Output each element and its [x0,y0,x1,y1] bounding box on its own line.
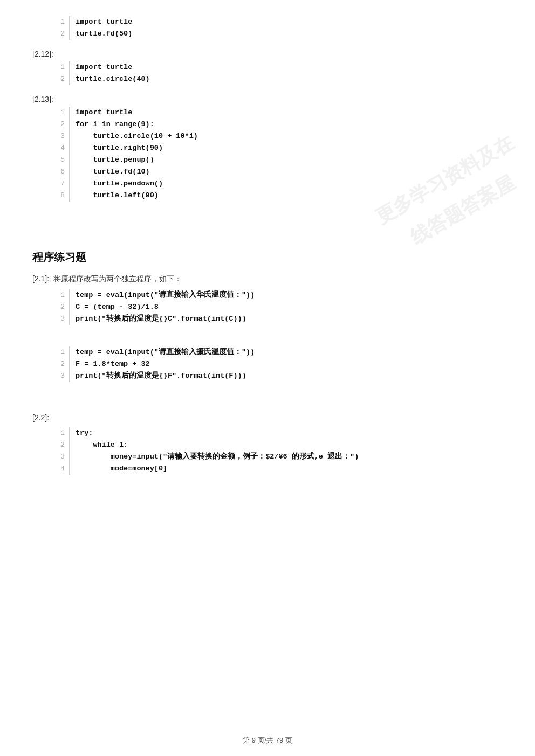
code-line: 2 turtle.fd(50) [54,28,503,40]
line-code: while 1: [76,439,128,451]
code-line: 4 turtle.right(90) [54,142,503,154]
gap [32,211,503,222]
line-number: 3 [54,370,69,382]
code-line: 3 turtle.circle(10 + 10*i) [54,130,503,142]
line-number: 2 [54,28,69,40]
exercise-2-1: [2.1]: 将原程序改写为两个独立程序，如下： 1 temp = eval(i… [32,274,503,382]
code-line: 3 money=input("请输入要转换的金额，例子：$2/¥6 的形式,e … [54,451,503,463]
line-code: turtle.fd(50) [76,28,132,40]
line-number: 2 [54,301,69,313]
line-code: temp = eval(input("请直接输入华氏温度值：")) [76,289,255,301]
line-separator [69,166,70,178]
section-2-13: [2.13]: 1 import turtle 2 for i in range… [32,95,503,202]
section-2-12: [2.12]: 1 import turtle 2 turtle.circle(… [32,50,503,85]
section-label-2-12: [2.12]: [32,50,503,58]
line-number: 1 [54,346,69,358]
page-number: 第 9 页/共 79 页 [243,736,292,744]
line-number: 2 [54,119,69,130]
line-number: 2 [54,358,69,370]
line-number: 4 [54,463,69,475]
line-separator [69,301,70,313]
code-line: 1 temp = eval(input("请直接输入摄氏温度值：")) [54,346,503,358]
line-separator [69,142,70,154]
line-code: turtle.circle(40) [76,73,150,85]
gap [32,336,503,346]
line-separator [69,28,70,40]
line-number: 1 [54,61,69,73]
line-separator [69,190,70,202]
exercise-label-2-1: [2.1]: 将原程序改写为两个独立程序，如下： [32,274,503,284]
line-number: 3 [54,313,69,325]
line-separator [69,346,70,358]
line-code: F = 1.8*temp + 32 [76,358,150,370]
line-number: 6 [54,166,69,178]
line-separator [69,16,70,28]
code-line: 6 turtle.fd(10) [54,166,503,178]
line-code: try: [76,427,93,439]
line-number: 1 [54,427,69,439]
code-line: 4 mode=money[0] [54,463,503,475]
line-separator [69,289,70,301]
code-line: 7 turtle.pendown() [54,178,503,190]
line-number: 5 [54,154,69,166]
section-label-2-13: [2.13]: [32,95,503,103]
line-code: turtle.right(90) [76,142,163,154]
line-separator [69,154,70,166]
code-line: 3 print("转换后的温度是{}C".format(int(C))) [54,313,503,325]
code-line: 1 import turtle [54,16,503,28]
gap [32,392,503,403]
line-code: money=input("请输入要转换的金额，例子：$2/¥6 的形式,e 退出… [76,451,359,463]
line-number: 2 [54,73,69,85]
code-line: 8 turtle.left(90) [54,190,503,202]
gap [32,403,503,413]
program-exercises-heading: 程序练习题 [32,250,503,265]
code-block-2-2: 1 try: 2 while 1: 3 money=input("请输入要转换的… [54,427,503,475]
line-number: 1 [54,289,69,301]
line-code: import turtle [76,61,132,73]
line-separator [69,61,70,73]
line-code: turtle.penup() [76,154,154,166]
code-line: 2 turtle.circle(40) [54,73,503,85]
line-separator [69,119,70,130]
line-code: print("转换后的温度是{}C".format(int(C))) [76,313,246,325]
line-separator [69,427,70,439]
line-code: mode=money[0] [76,463,167,475]
code-line: 1 temp = eval(input("请直接输入华氏温度值：")) [54,289,503,301]
line-separator [69,178,70,190]
line-code: import turtle [76,107,132,119]
line-code: turtle.pendown() [76,178,163,190]
line-code: temp = eval(input("请直接输入摄氏温度值：")) [76,346,255,358]
code-line: 1 import turtle [54,107,503,119]
code-block-2-12: 1 import turtle 2 turtle.circle(40) [54,61,503,85]
line-number: 1 [54,16,69,28]
exercise-2-2: [2.2]: 1 try: 2 while 1: 3 money=input("… [32,413,503,475]
page-footer: 第 9 页/共 79 页 [0,736,535,745]
line-separator [69,73,70,85]
line-code: print("转换后的温度是{}F".format(int(F))) [76,370,246,382]
line-separator [69,451,70,463]
code-line: 5 turtle.penup() [54,154,503,166]
line-code: import turtle [76,16,132,28]
code-line: 2 while 1: [54,439,503,451]
line-code: turtle.fd(10) [76,166,150,178]
line-separator [69,463,70,475]
line-separator [69,313,70,325]
code-line: 2 F = 1.8*temp + 32 [54,358,503,370]
line-code: turtle.left(90) [76,190,159,202]
gap [32,325,503,336]
line-number: 3 [54,130,69,142]
line-separator [69,370,70,382]
line-code: turtle.circle(10 + 10*i) [76,130,198,142]
code-block-2-1-a: 1 temp = eval(input("请直接输入华氏温度值：")) 2 C … [54,289,503,325]
code-line: 2 C = (temp - 32)/1.8 [54,301,503,313]
code-block-2-1-b: 1 temp = eval(input("请直接输入摄氏温度值：")) 2 F … [54,346,503,382]
line-number: 8 [54,190,69,202]
code-line: 1 try: [54,427,503,439]
line-code: for i in range(9): [76,119,154,130]
line-separator [69,130,70,142]
line-number: 2 [54,439,69,451]
line-separator [69,358,70,370]
code-block-2-13: 1 import turtle 2 for i in range(9): 3 t… [54,107,503,202]
line-number: 1 [54,107,69,119]
exercise-label-2-2: [2.2]: [32,413,503,422]
